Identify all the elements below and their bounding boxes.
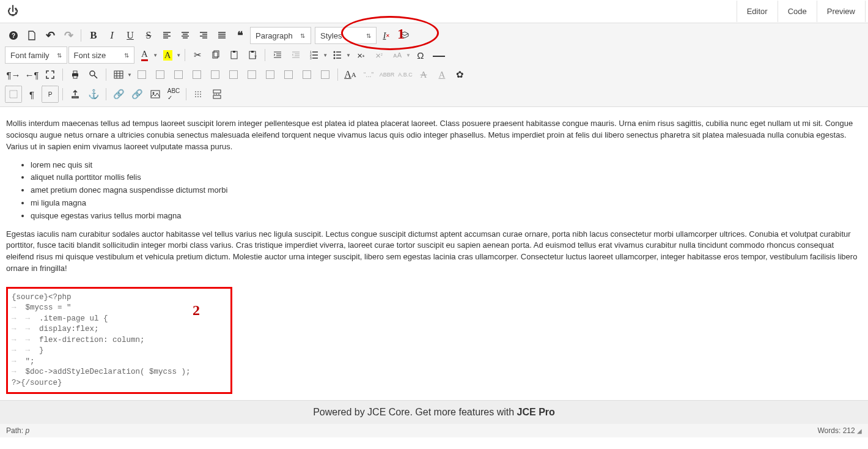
unlink-icon[interactable]: 🔗 <box>128 86 145 103</box>
svg-point-14 <box>334 58 336 59</box>
link-icon[interactable]: 🔗 <box>110 86 127 103</box>
upload-icon[interactable] <box>67 86 84 103</box>
list-item[interactable]: lorem nec quis sit <box>31 159 862 172</box>
table-icon[interactable] <box>110 66 127 83</box>
align-left-icon[interactable] <box>158 27 175 44</box>
print-icon[interactable] <box>67 66 84 83</box>
svg-rect-20 <box>10 91 17 98</box>
image-icon[interactable] <box>147 86 164 103</box>
svg-text:?: ? <box>12 32 15 39</box>
svg-rect-24 <box>213 95 221 98</box>
table-row-props-icon[interactable] <box>152 66 169 83</box>
outdent-icon[interactable] <box>287 46 304 64</box>
redo-icon[interactable]: ↷ <box>60 27 77 44</box>
top-bar: ⏻ Editor Code Preview <box>0 0 868 23</box>
newdoc-icon[interactable] <box>23 27 40 44</box>
table-merge-icon[interactable] <box>298 66 315 83</box>
bold-icon[interactable]: B <box>85 27 102 44</box>
strikethrough-icon[interactable]: S <box>140 27 157 44</box>
visual-blocks-icon[interactable]: P <box>42 86 59 103</box>
format-dropdown[interactable]: Paragraph⇅ <box>250 27 311 44</box>
table-col-before-icon[interactable] <box>243 66 260 83</box>
clear-format-icon[interactable]: I✕ <box>378 27 395 44</box>
search-icon[interactable] <box>85 66 102 83</box>
svg-rect-5 <box>233 51 235 53</box>
table-cell-props-icon[interactable] <box>170 66 187 83</box>
editor-content[interactable]: Mollis interdum maecenas tellus ad tempu… <box>0 107 868 400</box>
table-col-after-icon[interactable] <box>262 66 279 83</box>
svg-rect-7 <box>251 51 254 53</box>
style-text-icon[interactable]: AA <box>342 66 359 83</box>
paste-text-icon[interactable]: T <box>244 46 261 64</box>
help-icon[interactable]: ? <box>5 27 22 44</box>
pagebreak-icon[interactable] <box>208 86 226 103</box>
content-paragraph-2[interactable]: Egestas iaculis nam curabitur sodales au… <box>6 229 862 275</box>
hr-icon[interactable]: — <box>430 46 447 64</box>
undo-icon[interactable]: ↶ <box>42 27 59 44</box>
list-item[interactable]: aliquet nulla porttitor mollis felis <box>31 171 862 184</box>
svg-point-18 <box>90 71 95 76</box>
footer-promo: Powered by JCE Core. Get more features w… <box>0 400 868 424</box>
list-item[interactable]: amet pretium donec magna suspendisse dic… <box>31 184 862 197</box>
table-delete-row-icon[interactable] <box>225 66 242 83</box>
cleanup-icon[interactable] <box>396 27 413 44</box>
path-element[interactable]: p <box>25 426 29 435</box>
svg-rect-19 <box>114 71 123 78</box>
table-delete-icon[interactable] <box>133 66 150 83</box>
power-icon[interactable]: ⏻ <box>2 2 23 20</box>
superscript-icon[interactable]: ×² <box>370 46 388 64</box>
paste-icon[interactable] <box>226 46 243 64</box>
svg-text:T: T <box>254 55 257 59</box>
footer-pro-link[interactable]: JCE Pro <box>517 407 555 417</box>
tab-preview[interactable]: Preview <box>817 1 866 22</box>
blockquote-icon[interactable]: ❝ <box>232 27 249 44</box>
acronym-icon[interactable]: A.B.C <box>397 66 414 83</box>
cut-icon[interactable]: ✂ <box>189 46 206 64</box>
spellcheck-icon[interactable]: ABC✓ <box>165 86 182 103</box>
rtl-icon[interactable]: ←¶ <box>23 66 40 83</box>
abbr-icon[interactable]: ABBR <box>378 66 395 83</box>
align-justify-icon[interactable] <box>213 27 230 44</box>
font-family-dropdown[interactable]: Font family⇅ <box>5 46 67 64</box>
source-code-box[interactable]: 2 {source}<?php → $mycss = " → → .item-p… <box>6 287 232 395</box>
underline-icon[interactable]: U <box>122 27 139 44</box>
resize-grip-icon[interactable]: ◢ <box>857 428 862 434</box>
font-size-dropdown[interactable]: Font size⇅ <box>68 46 135 64</box>
copy-icon[interactable] <box>207 46 224 64</box>
ltr-icon[interactable]: ¶→ <box>5 66 22 83</box>
show-blocks-icon[interactable] <box>5 86 22 103</box>
settings-icon[interactable]: ✿ <box>452 66 469 83</box>
styles-dropdown[interactable]: Styles⇅ <box>315 27 377 44</box>
table-delete-col-icon[interactable] <box>280 66 297 83</box>
text-color-icon[interactable]: A <box>136 46 153 64</box>
table-split-icon[interactable] <box>317 66 334 83</box>
align-center-icon[interactable] <box>177 27 194 44</box>
table-row-after-icon[interactable] <box>207 66 224 83</box>
align-right-icon[interactable] <box>195 27 212 44</box>
tab-editor[interactable]: Editor <box>737 1 778 22</box>
bg-color-icon[interactable]: A <box>159 46 176 64</box>
visual-chars-icon[interactable]: ¶ <box>23 86 40 103</box>
subscript-icon[interactable]: ×₂ <box>352 46 369 64</box>
anchor-icon[interactable]: ⚓ <box>85 86 102 103</box>
table-row-before-icon[interactable] <box>188 66 205 83</box>
italic-icon[interactable]: I <box>103 27 120 44</box>
indent-icon[interactable] <box>269 46 286 64</box>
content-list[interactable]: lorem nec quis sit aliquet nulla porttit… <box>31 159 862 223</box>
svg-point-12 <box>334 51 336 53</box>
numbered-list-icon[interactable]: 123 <box>306 46 323 64</box>
content-paragraph-1[interactable]: Mollis interdum maecenas tellus ad tempu… <box>6 118 862 153</box>
status-bar: Path: p Words: 212 ◢ <box>0 424 868 437</box>
list-item[interactable]: mi ligula magna <box>31 197 862 210</box>
bullet-list-icon[interactable] <box>329 46 346 64</box>
tab-code[interactable]: Code <box>778 1 817 22</box>
list-item[interactable]: quisque egestas varius tellus morbi magn… <box>31 210 862 223</box>
charmap-icon[interactable]: Ω <box>412 46 429 64</box>
ins-icon[interactable]: A <box>433 66 451 83</box>
fullscreen-icon[interactable] <box>42 66 59 83</box>
readmore-icon[interactable] <box>190 86 207 103</box>
status-path[interactable]: Path: p <box>6 426 29 435</box>
del-icon[interactable]: A <box>415 66 432 83</box>
quote-style-icon[interactable]: “...” <box>360 66 377 83</box>
case-icon[interactable]: ᴀA <box>389 46 406 64</box>
